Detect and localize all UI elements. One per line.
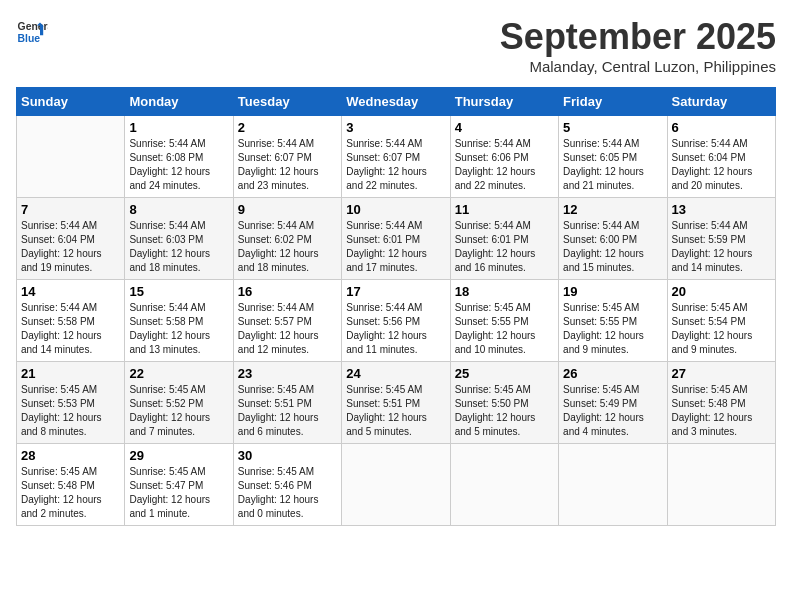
- day-info: Sunrise: 5:45 AMSunset: 5:51 PMDaylight:…: [346, 383, 445, 439]
- day-number: 24: [346, 366, 445, 381]
- calendar-cell: 4Sunrise: 5:44 AMSunset: 6:06 PMDaylight…: [450, 116, 558, 198]
- day-number: 26: [563, 366, 662, 381]
- day-number: 27: [672, 366, 771, 381]
- day-number: 25: [455, 366, 554, 381]
- calendar-cell: 21Sunrise: 5:45 AMSunset: 5:53 PMDayligh…: [17, 362, 125, 444]
- day-info: Sunrise: 5:44 AMSunset: 6:00 PMDaylight:…: [563, 219, 662, 275]
- day-number: 17: [346, 284, 445, 299]
- day-info: Sunrise: 5:45 AMSunset: 5:50 PMDaylight:…: [455, 383, 554, 439]
- calendar-cell: 12Sunrise: 5:44 AMSunset: 6:00 PMDayligh…: [559, 198, 667, 280]
- calendar-cell: 11Sunrise: 5:44 AMSunset: 6:01 PMDayligh…: [450, 198, 558, 280]
- calendar-table: SundayMondayTuesdayWednesdayThursdayFrid…: [16, 87, 776, 526]
- day-number: 2: [238, 120, 337, 135]
- svg-text:Blue: Blue: [18, 33, 41, 44]
- day-header-saturday: Saturday: [667, 88, 775, 116]
- calendar-cell: [342, 444, 450, 526]
- day-number: 10: [346, 202, 445, 217]
- calendar-cell: [450, 444, 558, 526]
- day-number: 30: [238, 448, 337, 463]
- calendar-cell: 14Sunrise: 5:44 AMSunset: 5:58 PMDayligh…: [17, 280, 125, 362]
- calendar-cell: 9Sunrise: 5:44 AMSunset: 6:02 PMDaylight…: [233, 198, 341, 280]
- day-info: Sunrise: 5:44 AMSunset: 6:01 PMDaylight:…: [346, 219, 445, 275]
- day-info: Sunrise: 5:44 AMSunset: 5:58 PMDaylight:…: [129, 301, 228, 357]
- calendar-cell: 23Sunrise: 5:45 AMSunset: 5:51 PMDayligh…: [233, 362, 341, 444]
- day-number: 7: [21, 202, 120, 217]
- day-number: 11: [455, 202, 554, 217]
- day-number: 18: [455, 284, 554, 299]
- day-header-wednesday: Wednesday: [342, 88, 450, 116]
- day-info: Sunrise: 5:44 AMSunset: 5:56 PMDaylight:…: [346, 301, 445, 357]
- calendar-cell: 16Sunrise: 5:44 AMSunset: 5:57 PMDayligh…: [233, 280, 341, 362]
- calendar-cell: 28Sunrise: 5:45 AMSunset: 5:48 PMDayligh…: [17, 444, 125, 526]
- day-header-monday: Monday: [125, 88, 233, 116]
- day-info: Sunrise: 5:44 AMSunset: 6:06 PMDaylight:…: [455, 137, 554, 193]
- day-number: 23: [238, 366, 337, 381]
- day-info: Sunrise: 5:45 AMSunset: 5:49 PMDaylight:…: [563, 383, 662, 439]
- day-number: 6: [672, 120, 771, 135]
- calendar-cell: 17Sunrise: 5:44 AMSunset: 5:56 PMDayligh…: [342, 280, 450, 362]
- day-header-thursday: Thursday: [450, 88, 558, 116]
- day-info: Sunrise: 5:45 AMSunset: 5:48 PMDaylight:…: [21, 465, 120, 521]
- calendar-week-row: 14Sunrise: 5:44 AMSunset: 5:58 PMDayligh…: [17, 280, 776, 362]
- day-info: Sunrise: 5:45 AMSunset: 5:55 PMDaylight:…: [563, 301, 662, 357]
- location-subtitle: Malanday, Central Luzon, Philippines: [500, 58, 776, 75]
- day-number: 28: [21, 448, 120, 463]
- day-info: Sunrise: 5:44 AMSunset: 6:04 PMDaylight:…: [21, 219, 120, 275]
- calendar-cell: 30Sunrise: 5:45 AMSunset: 5:46 PMDayligh…: [233, 444, 341, 526]
- day-info: Sunrise: 5:44 AMSunset: 5:57 PMDaylight:…: [238, 301, 337, 357]
- day-info: Sunrise: 5:44 AMSunset: 5:59 PMDaylight:…: [672, 219, 771, 275]
- calendar-cell: 22Sunrise: 5:45 AMSunset: 5:52 PMDayligh…: [125, 362, 233, 444]
- day-info: Sunrise: 5:45 AMSunset: 5:46 PMDaylight:…: [238, 465, 337, 521]
- calendar-cell: 13Sunrise: 5:44 AMSunset: 5:59 PMDayligh…: [667, 198, 775, 280]
- calendar-header-row: SundayMondayTuesdayWednesdayThursdayFrid…: [17, 88, 776, 116]
- day-header-tuesday: Tuesday: [233, 88, 341, 116]
- day-number: 22: [129, 366, 228, 381]
- month-year-title: September 2025: [500, 16, 776, 58]
- day-number: 12: [563, 202, 662, 217]
- day-info: Sunrise: 5:45 AMSunset: 5:47 PMDaylight:…: [129, 465, 228, 521]
- day-number: 21: [21, 366, 120, 381]
- calendar-cell: 18Sunrise: 5:45 AMSunset: 5:55 PMDayligh…: [450, 280, 558, 362]
- day-info: Sunrise: 5:45 AMSunset: 5:52 PMDaylight:…: [129, 383, 228, 439]
- calendar-cell: 5Sunrise: 5:44 AMSunset: 6:05 PMDaylight…: [559, 116, 667, 198]
- calendar-week-row: 1Sunrise: 5:44 AMSunset: 6:08 PMDaylight…: [17, 116, 776, 198]
- day-number: 4: [455, 120, 554, 135]
- day-number: 13: [672, 202, 771, 217]
- calendar-cell: 27Sunrise: 5:45 AMSunset: 5:48 PMDayligh…: [667, 362, 775, 444]
- day-info: Sunrise: 5:45 AMSunset: 5:53 PMDaylight:…: [21, 383, 120, 439]
- day-number: 5: [563, 120, 662, 135]
- day-number: 8: [129, 202, 228, 217]
- calendar-cell: 6Sunrise: 5:44 AMSunset: 6:04 PMDaylight…: [667, 116, 775, 198]
- day-info: Sunrise: 5:44 AMSunset: 6:08 PMDaylight:…: [129, 137, 228, 193]
- day-info: Sunrise: 5:45 AMSunset: 5:51 PMDaylight:…: [238, 383, 337, 439]
- logo: General Blue: [16, 16, 48, 48]
- day-info: Sunrise: 5:44 AMSunset: 5:58 PMDaylight:…: [21, 301, 120, 357]
- day-number: 1: [129, 120, 228, 135]
- calendar-cell: 7Sunrise: 5:44 AMSunset: 6:04 PMDaylight…: [17, 198, 125, 280]
- day-info: Sunrise: 5:45 AMSunset: 5:54 PMDaylight:…: [672, 301, 771, 357]
- calendar-cell: 10Sunrise: 5:44 AMSunset: 6:01 PMDayligh…: [342, 198, 450, 280]
- day-number: 3: [346, 120, 445, 135]
- day-number: 14: [21, 284, 120, 299]
- calendar-cell: 19Sunrise: 5:45 AMSunset: 5:55 PMDayligh…: [559, 280, 667, 362]
- calendar-week-row: 28Sunrise: 5:45 AMSunset: 5:48 PMDayligh…: [17, 444, 776, 526]
- title-block: September 2025 Malanday, Central Luzon, …: [500, 16, 776, 75]
- calendar-cell: 2Sunrise: 5:44 AMSunset: 6:07 PMDaylight…: [233, 116, 341, 198]
- day-header-sunday: Sunday: [17, 88, 125, 116]
- day-info: Sunrise: 5:44 AMSunset: 6:01 PMDaylight:…: [455, 219, 554, 275]
- day-info: Sunrise: 5:44 AMSunset: 6:02 PMDaylight:…: [238, 219, 337, 275]
- calendar-cell: 20Sunrise: 5:45 AMSunset: 5:54 PMDayligh…: [667, 280, 775, 362]
- day-number: 15: [129, 284, 228, 299]
- day-info: Sunrise: 5:44 AMSunset: 6:07 PMDaylight:…: [238, 137, 337, 193]
- calendar-cell: [559, 444, 667, 526]
- day-number: 16: [238, 284, 337, 299]
- svg-text:General: General: [18, 21, 48, 32]
- calendar-week-row: 7Sunrise: 5:44 AMSunset: 6:04 PMDaylight…: [17, 198, 776, 280]
- calendar-cell: 3Sunrise: 5:44 AMSunset: 6:07 PMDaylight…: [342, 116, 450, 198]
- calendar-cell: [17, 116, 125, 198]
- logo-icon: General Blue: [16, 16, 48, 48]
- day-header-friday: Friday: [559, 88, 667, 116]
- calendar-cell: [667, 444, 775, 526]
- day-info: Sunrise: 5:45 AMSunset: 5:48 PMDaylight:…: [672, 383, 771, 439]
- calendar-cell: 24Sunrise: 5:45 AMSunset: 5:51 PMDayligh…: [342, 362, 450, 444]
